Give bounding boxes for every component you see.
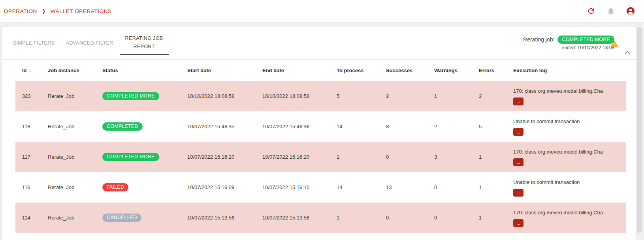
column-header-warnings[interactable]: Warnings bbox=[434, 68, 479, 73]
cell-warnings: 1 bbox=[434, 93, 479, 99]
chevron-up-icon bbox=[625, 51, 630, 56]
cell-start-date: 10/10/2022 18:08:58 bbox=[187, 93, 262, 99]
cell-errors: 1 bbox=[479, 184, 513, 190]
tabs: SIMPLE FILTERS ADVANCED FILTER RERATING … bbox=[2, 26, 170, 59]
cell-status: COMPLETED MORE bbox=[102, 153, 187, 161]
tab-rerating-line2: REPORT bbox=[134, 44, 155, 49]
cell-id: 323 bbox=[15, 93, 48, 99]
cell-job-instance: Rerate_Job bbox=[48, 184, 102, 190]
top-bar: OPERATION ❯ WALLET OPERATIONS bbox=[0, 0, 644, 22]
cell-job-instance: Rerate_Job bbox=[48, 124, 102, 129]
breadcrumb-wallet-operations[interactable]: WALLET OPERATIONS bbox=[51, 8, 112, 14]
table-row[interactable]: 114 Rerate_Job CANCELLED 10/07/2022 15:1… bbox=[15, 202, 626, 233]
tab-bar: SIMPLE FILTERS ADVANCED FILTER RERATING … bbox=[2, 26, 636, 60]
cell-job-instance: Rerate_Job bbox=[48, 154, 102, 160]
cell-execution-log: 170: class org.meveo.model.billing.Cha .… bbox=[513, 81, 626, 111]
breadcrumb-operation[interactable]: OPERATION bbox=[4, 8, 37, 14]
cell-errors: 1 bbox=[479, 154, 513, 160]
cell-job-instance: Rerate_Job bbox=[48, 215, 102, 221]
table-row[interactable]: 116 Rerate_Job FAILED 10/07/2022 15:16:0… bbox=[15, 172, 626, 202]
cell-execution-log: 170: class org.meveo.model.billing.Cha .… bbox=[513, 202, 626, 233]
column-header-start-date[interactable]: Start date bbox=[187, 68, 262, 73]
column-header-errors[interactable]: Errors bbox=[479, 68, 513, 73]
notifications-bell-icon[interactable] bbox=[606, 6, 616, 16]
rerating-report-panel: SIMPLE FILTERS ADVANCED FILTER RERATING … bbox=[2, 26, 637, 240]
cell-start-date: 10/07/2022 15:13:56 bbox=[187, 215, 262, 221]
column-header-status[interactable]: Status bbox=[102, 68, 187, 73]
table-row[interactable]: 118 Rerate_Job COMPLETED 10/07/2022 15:4… bbox=[15, 111, 626, 142]
status-badge: COMPLETED MORE bbox=[102, 92, 159, 100]
expand-log-button[interactable]: ... bbox=[513, 128, 523, 136]
cell-warnings: 3 bbox=[434, 154, 479, 160]
table-row[interactable]: 117 Rerate_Job COMPLETED MORE 10/07/2022… bbox=[15, 142, 626, 172]
cell-end-date: 10/07/2022 15:13:56 bbox=[262, 215, 337, 221]
tab-rerating-line1: RERATING JOB bbox=[125, 36, 163, 41]
cell-errors: 1 bbox=[479, 215, 513, 221]
tab-advanced-filter[interactable]: ADVANCED FILTER bbox=[61, 40, 118, 46]
execution-log-text: Unable to commit transaction bbox=[513, 179, 623, 185]
cell-end-date: 10/07/2022 15:46:36 bbox=[262, 124, 337, 129]
cell-successes: 0 bbox=[386, 154, 434, 160]
execution-log-text: Unable to commit transaction bbox=[513, 118, 623, 124]
cell-execution-log: Unable to commit transaction ... bbox=[513, 111, 626, 142]
execution-log-text: 170: class org.meveo.model.billing.Cha bbox=[513, 149, 623, 155]
expand-log-button[interactable]: ... bbox=[513, 158, 523, 166]
status-badge: COMPLETED bbox=[102, 122, 143, 131]
column-header-end-date[interactable]: End date bbox=[262, 68, 337, 73]
cell-successes: 2 bbox=[386, 93, 434, 99]
breadcrumb: OPERATION ❯ WALLET OPERATIONS bbox=[4, 8, 112, 14]
expand-log-button[interactable]: ... bbox=[513, 189, 523, 197]
column-header-execution-log[interactable]: Execution log bbox=[513, 68, 626, 73]
rerating-jobs-table: Id↓ Job instance Status Start date End d… bbox=[15, 60, 626, 233]
cell-warnings: 2 bbox=[434, 124, 479, 129]
topbar-actions bbox=[586, 6, 635, 16]
rerating-job-ended: ended: 10/10/2022 18:08 bbox=[562, 45, 614, 51]
rerating-job-status: COMPLETED MORE ! bbox=[557, 36, 614, 44]
cell-execution-log: Unable to commit transaction ... bbox=[513, 172, 626, 202]
cell-id: 116 bbox=[15, 184, 48, 190]
cell-start-date: 10/07/2022 15:16:20 bbox=[187, 154, 262, 160]
status-badge: COMPLETED MORE bbox=[557, 36, 614, 44]
cell-status: COMPLETED bbox=[102, 122, 187, 131]
cell-start-date: 10/07/2022 15:16:09 bbox=[187, 184, 262, 190]
account-icon[interactable] bbox=[626, 6, 635, 16]
cell-id: 118 bbox=[15, 124, 48, 129]
refresh-icon[interactable] bbox=[586, 6, 596, 16]
sort-desc-icon: ↓ bbox=[29, 68, 31, 73]
cell-id: 114 bbox=[15, 215, 48, 221]
tab-simple-filters[interactable]: SIMPLE FILTERS bbox=[8, 40, 59, 46]
cell-start-date: 10/07/2022 15:46:35 bbox=[187, 124, 262, 129]
cell-successes: 8 bbox=[386, 124, 434, 129]
expand-log-button[interactable]: ... bbox=[513, 98, 523, 105]
status-badge: FAILED bbox=[102, 183, 128, 191]
expand-log-button[interactable]: ... bbox=[513, 219, 523, 227]
execution-log-text: 170: class org.meveo.model.billing.Cha bbox=[513, 88, 623, 94]
table-header-row: Id↓ Job instance Status Start date End d… bbox=[15, 60, 626, 81]
tab-rerating-job-report[interactable]: RERATING JOB REPORT bbox=[120, 32, 169, 55]
collapse-panel-button[interactable] bbox=[624, 51, 631, 56]
cell-status: CANCELLED bbox=[102, 214, 187, 222]
cell-status: COMPLETED MORE bbox=[102, 92, 187, 100]
status-badge: COMPLETED MORE bbox=[102, 153, 159, 161]
cell-id: 117 bbox=[15, 154, 48, 160]
cell-to-process: 5 bbox=[337, 93, 386, 99]
cell-successes: 13 bbox=[386, 184, 434, 190]
table-row[interactable]: 323 Rerate_Job COMPLETED MORE 10/10/2022… bbox=[15, 81, 626, 111]
cell-execution-log: 170: class org.meveo.model.billing.Cha .… bbox=[513, 142, 626, 172]
column-header-successes[interactable]: Successes bbox=[386, 68, 434, 73]
scrollbar[interactable] bbox=[637, 27, 642, 233]
cell-errors: 5 bbox=[479, 124, 513, 129]
cell-job-instance: Rerate_Job bbox=[48, 93, 102, 99]
rerating-job-summary: Rerating job: COMPLETED MORE ! ended: 10… bbox=[523, 26, 636, 59]
column-header-to-process[interactable]: To process bbox=[337, 68, 386, 73]
cell-end-date: 10/10/2022 18:08:58 bbox=[262, 93, 337, 99]
cell-warnings: 0 bbox=[434, 215, 479, 221]
rerating-job-label: Rerating job: bbox=[523, 36, 554, 43]
cell-errors: 2 bbox=[479, 93, 513, 99]
column-header-id[interactable]: Id↓ bbox=[15, 68, 48, 73]
cell-to-process: 14 bbox=[337, 124, 386, 129]
column-header-job-instance[interactable]: Job instance bbox=[48, 68, 102, 73]
execution-log-text: 170: class org.meveo.model.billing.Cha bbox=[513, 210, 623, 216]
status-badge: CANCELLED bbox=[102, 214, 141, 222]
cell-end-date: 10/07/2022 15:16:10 bbox=[262, 184, 337, 190]
